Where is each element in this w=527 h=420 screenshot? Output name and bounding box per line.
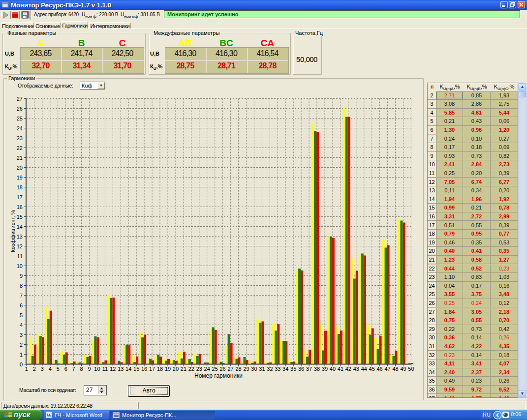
svg-text:W: W: [46, 412, 52, 418]
